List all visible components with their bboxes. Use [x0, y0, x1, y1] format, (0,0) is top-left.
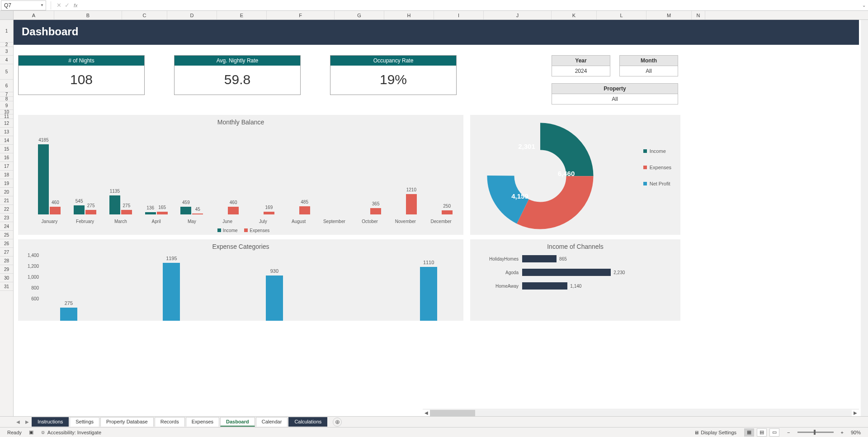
accept-formula-icon[interactable]: ✓	[63, 2, 71, 9]
row-header[interactable]: 11	[0, 114, 13, 119]
col-header[interactable]: N	[692, 11, 705, 19]
row-header[interactable]: 5	[0, 64, 13, 80]
col-header[interactable]: I	[434, 11, 484, 19]
separator	[51, 1, 51, 10]
display-settings-button[interactable]: 🖥 Display Settings	[694, 430, 736, 435]
chevron-down-icon[interactable]: ▼	[40, 3, 44, 7]
chart-plot-area: 4185460545275113527513616545945460169485…	[32, 135, 459, 214]
filter-month[interactable]: Month All	[619, 55, 678, 76]
page-break-view-button[interactable]: ▭	[769, 428, 779, 437]
row-header[interactable]: 28	[0, 256, 13, 265]
row-header[interactable]: 15	[0, 145, 13, 153]
status-ready: Ready	[7, 430, 22, 435]
chart-income-channels[interactable]: Income of Channels HolidayHomes865Agoda2…	[470, 239, 680, 321]
row-header[interactable]: 13	[0, 128, 13, 136]
page-layout-view-button[interactable]: ▤	[757, 428, 767, 437]
col-header[interactable]: A	[14, 11, 54, 19]
sheet-tab[interactable]: Dasboard	[220, 417, 255, 427]
zoom-level[interactable]: 90%	[851, 430, 861, 435]
display-icon: 🖥	[694, 430, 699, 435]
accessibility-icon: ⛭	[41, 430, 46, 435]
vertical-scrollbar[interactable]	[861, 20, 868, 416]
sheet-tab[interactable]: Expenses	[186, 417, 219, 427]
scroll-thumb[interactable]	[430, 410, 475, 416]
row-header[interactable]: 3	[0, 47, 13, 56]
scroll-right-icon[interactable]: ▶	[852, 410, 859, 415]
formula-input[interactable]	[80, 0, 860, 10]
sheet-tab[interactable]: Calculations	[288, 417, 327, 427]
fx-icon[interactable]: fx	[74, 3, 78, 8]
col-header[interactable]: D	[167, 11, 217, 19]
kpi-nights: # of Nights 108	[18, 55, 145, 95]
tabs-container: InstructionsSettingsProperty DatabaseRec…	[32, 417, 328, 427]
chart-donut-summary[interactable]: 6,460 4,159 2,301 Income Expenses Net Pr…	[470, 115, 680, 235]
chart-monthly-balance[interactable]: Monthly Balance 418546054527511352751361…	[18, 115, 463, 235]
row-header[interactable]: 6	[0, 80, 13, 92]
cancel-formula-icon[interactable]: ✕	[55, 2, 63, 9]
row-header[interactable]: 20	[0, 188, 13, 196]
row-header[interactable]: 4	[0, 56, 13, 64]
kpi-value: 59.8	[175, 66, 300, 95]
col-header[interactable]: M	[646, 11, 692, 19]
scroll-track[interactable]	[430, 410, 852, 416]
row-header[interactable]: 18	[0, 171, 13, 179]
row-header[interactable]: 22	[0, 205, 13, 214]
row-header[interactable]: 26	[0, 239, 13, 248]
sheet-canvas[interactable]: Dashboard # of Nights 108 Avg. Nightly R…	[14, 20, 868, 416]
zoom-in-button[interactable]: +	[841, 430, 844, 435]
name-box-value: Q7	[4, 2, 11, 9]
normal-view-button[interactable]: ▦	[744, 428, 754, 437]
name-box[interactable]: Q7 ▼	[1, 0, 46, 10]
filter-year[interactable]: Year 2024	[552, 55, 610, 76]
chart-legend: Income Expenses	[18, 228, 463, 233]
row-header[interactable]: 1	[0, 20, 13, 43]
row-header[interactable]: 31	[0, 282, 13, 291]
col-header[interactable]: L	[597, 11, 646, 19]
accessibility-status[interactable]: ⛭ Accessibility: Investigate	[41, 430, 101, 435]
filter-property[interactable]: Property All	[552, 83, 678, 104]
col-header[interactable]: B	[54, 11, 122, 19]
select-all-corner[interactable]	[0, 11, 14, 19]
view-buttons: ▦ ▤ ▭	[744, 428, 780, 437]
row-header[interactable]: 21	[0, 196, 13, 205]
col-header[interactable]: K	[552, 11, 597, 19]
row-header[interactable]: 29	[0, 265, 13, 274]
expand-formula-bar-icon[interactable]: ⌄	[860, 3, 868, 8]
row-header[interactable]: 12	[0, 119, 13, 128]
row-header[interactable]: 23	[0, 214, 13, 222]
scroll-left-icon[interactable]: ◀	[423, 410, 430, 415]
row-header[interactable]: 24	[0, 222, 13, 231]
svg-text:2,301: 2,301	[518, 142, 535, 150]
row-header[interactable]: 25	[0, 231, 13, 239]
macro-record-icon[interactable]: ▣	[29, 429, 33, 435]
zoom-slider[interactable]	[797, 432, 834, 433]
row-header[interactable]: 30	[0, 274, 13, 282]
col-header[interactable]: J	[484, 11, 552, 19]
zoom-handle[interactable]	[814, 430, 816, 435]
sheet-tab[interactable]: Calendar	[256, 417, 288, 427]
sheet-tab[interactable]: Settings	[70, 417, 99, 427]
tab-nav-next-icon[interactable]: ▶	[23, 419, 32, 424]
sheet-tab-bar: ◀ ▶ InstructionsSettingsProperty Databas…	[0, 416, 868, 427]
chart-expense-categories[interactable]: Expense Categories 1,400 1,200 1,000 800…	[18, 239, 463, 321]
row-header[interactable]: 19	[0, 179, 13, 188]
sheet-tab[interactable]: Instructions	[32, 417, 69, 427]
row-header[interactable]: 17	[0, 162, 13, 171]
add-sheet-button[interactable]: ⊕	[333, 418, 342, 427]
col-header[interactable]: C	[122, 11, 167, 19]
sheet-tab[interactable]: Property Database	[100, 417, 154, 427]
col-header[interactable]: F	[267, 11, 335, 19]
col-header[interactable]: E	[217, 11, 267, 19]
sheet-tab[interactable]: Records	[155, 417, 185, 427]
row-header[interactable]: 16	[0, 153, 13, 162]
horizontal-scrollbar[interactable]: ◀ ▶	[423, 409, 859, 416]
tab-nav-prev-icon[interactable]: ◀	[14, 419, 23, 424]
row-header[interactable]: 8	[0, 97, 13, 101]
zoom-out-button[interactable]: −	[787, 430, 790, 435]
row-header[interactable]: 2	[0, 43, 13, 47]
row-header[interactable]: 14	[0, 136, 13, 145]
col-header[interactable]: H	[384, 11, 434, 19]
col-header[interactable]: G	[335, 11, 384, 19]
row-header[interactable]: 9	[0, 101, 13, 110]
row-header[interactable]: 27	[0, 248, 13, 256]
